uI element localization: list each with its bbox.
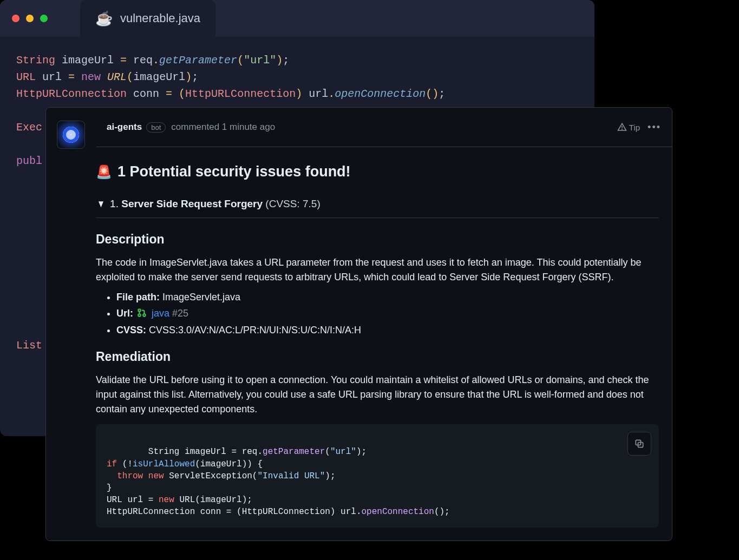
warning-triangle-icon (617, 122, 627, 132)
comment-panel: ai-gents bot commented 1 minute ago Tip … (45, 107, 672, 541)
code-token: HttpURLConnection (16, 88, 127, 100)
info-file-path: File path: ImageServlet.java (116, 289, 659, 306)
code-token: HttpURLConnection (185, 88, 296, 100)
tab-title: vulnerable.java (120, 11, 200, 25)
java-icon: ☕ (95, 11, 113, 25)
code-token: = (120, 54, 127, 67)
code-token: ( (426, 88, 432, 100)
minimize-window-button[interactable] (26, 15, 34, 22)
svg-point-4 (143, 314, 146, 317)
issue-info-list: File path: ImageServlet.java Url: java #… (96, 289, 659, 339)
comment-meta: commented 1 minute ago (171, 122, 275, 133)
issue-disclosure[interactable]: ▼ 1. Server Side Request Forgery (CVSS: … (96, 196, 659, 218)
code-token: ( (237, 54, 244, 67)
code-token (172, 88, 179, 100)
close-window-button[interactable] (12, 15, 19, 22)
code-token: List (16, 339, 42, 352)
code-token: ( (179, 88, 185, 100)
window-controls (12, 15, 48, 22)
panel-content: ai-gents bot commented 1 minute ago Tip … (96, 108, 672, 541)
code-token: . (153, 54, 159, 67)
issues-heading: 🚨 1 Potential security issues found! (96, 163, 659, 180)
code-token: imageUrl (133, 71, 185, 83)
code-token: publ (16, 155, 42, 167)
avatar-column (46, 108, 96, 541)
tip-label: Tip (629, 123, 640, 132)
svg-point-1 (622, 129, 622, 129)
kebab-menu-button[interactable]: ••• (648, 122, 661, 133)
code-token: conn (127, 88, 166, 100)
tab-file[interactable]: ☕ vulnerable.java (80, 0, 215, 37)
description-text: The code in ImageServlet.java takes a UR… (96, 255, 659, 285)
code-token: ) (185, 71, 192, 83)
code-token: URL (16, 71, 36, 83)
code-token: imageUrl (55, 54, 120, 67)
code-token: ( (127, 71, 133, 83)
code-token: url (302, 88, 328, 100)
comment-body: 🚨 1 Potential security issues found! ▼ 1… (96, 147, 672, 541)
issues-heading-text: 1 Potential security issues found! (117, 163, 351, 180)
issue-title: Server Side Request Forgery (121, 198, 263, 209)
svg-point-3 (138, 314, 141, 317)
info-url: Url: java #25 (116, 305, 659, 322)
comment-header: ai-gents bot commented 1 minute ago Tip … (96, 108, 672, 147)
copy-icon (634, 438, 645, 449)
code-token: String (16, 54, 55, 67)
code-token: url (36, 71, 68, 83)
zoom-window-button[interactable] (40, 15, 48, 22)
info-cvss: CVSS: CVSS:3.0/AV:N/AC:L/PR:N/UI:N/S:U/C… (116, 322, 659, 339)
bot-badge: bot (146, 122, 166, 133)
caret-down-icon: ▼ (97, 196, 105, 212)
code-token: = (68, 71, 75, 83)
code-token: = (166, 88, 172, 100)
code-token: ) (276, 54, 283, 67)
code-token: . (328, 88, 335, 100)
titlebar: ☕ vulnerable.java (0, 0, 594, 37)
code-token: getParameter (159, 54, 237, 67)
pr-number[interactable]: #25 (172, 308, 188, 319)
code-token: ; (439, 88, 445, 100)
code-snippet: String imageUrl = req.getParameter("url"… (96, 424, 659, 528)
code-token: URL (107, 71, 127, 83)
tip-button[interactable]: Tip (617, 122, 640, 132)
code-token: "url" (244, 54, 276, 67)
code-token: Exec (16, 121, 42, 134)
code-token (101, 71, 107, 83)
code-token: openConnection (335, 88, 426, 100)
url-link[interactable]: java (152, 308, 169, 319)
code-token: ) (432, 88, 439, 100)
code-token: ; (192, 71, 198, 83)
remediation-text: Validate the URL before using it to open… (96, 373, 659, 417)
remediation-heading: Remediation (96, 350, 659, 364)
code-token: ) (296, 88, 302, 100)
code-token: ; (283, 54, 289, 67)
code-token: new (81, 71, 101, 83)
copy-button[interactable] (627, 432, 651, 456)
issue-number: 1. (110, 198, 119, 209)
alert-siren-icon: 🚨 (96, 164, 112, 180)
comment-author[interactable]: ai-gents (107, 122, 142, 133)
issue-cvss-score: (CVSS: 7.5) (265, 198, 320, 209)
pull-request-icon (137, 305, 147, 322)
avatar[interactable] (57, 121, 85, 149)
description-heading: Description (96, 232, 659, 247)
svg-point-2 (138, 309, 141, 312)
code-token: req (127, 54, 153, 67)
code-token (75, 71, 81, 83)
